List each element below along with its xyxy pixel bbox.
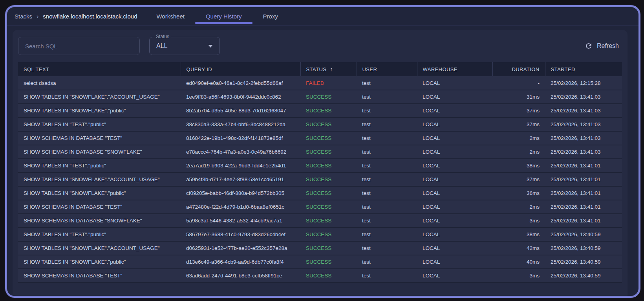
- table-row[interactable]: SHOW TABLES IN "TEST"."public"2ea7ad19-b…: [18, 159, 622, 173]
- sql-text-cell: SHOW TABLES IN "SNOWFLAKE"."ACCOUNT_USAG…: [18, 90, 181, 104]
- warehouse-cell: LOCAL: [417, 131, 492, 145]
- status-cell: SUCCESS: [300, 186, 357, 200]
- breadcrumb-stacks-link[interactable]: Stacks: [15, 13, 32, 20]
- duration-cell: 38ms: [492, 228, 545, 241]
- warehouse-cell: LOCAL: [417, 228, 492, 241]
- status-cell: FAILED: [300, 76, 357, 90]
- sort-ascending-icon[interactable]: ↑: [330, 66, 333, 72]
- warehouse-cell: LOCAL: [417, 186, 492, 200]
- table-controls: Status ALL Refresh: [18, 37, 622, 55]
- user-cell: test: [357, 145, 417, 159]
- column-header-started[interactable]: STARTED: [545, 62, 622, 76]
- query-id-cell: 1ee9ff83-a56f-4693-8b0f-9442ddc0c862: [181, 90, 300, 104]
- search-input[interactable]: [18, 37, 140, 55]
- started-cell: 25/02/2026, 13:41:03: [545, 117, 622, 131]
- app-window: Stacks › snowflake.localhost.localstack.…: [5, 5, 640, 298]
- refresh-button[interactable]: Refresh: [585, 37, 622, 55]
- tab-bar: Worksheet Query History Proxy: [146, 7, 288, 26]
- table-row[interactable]: SHOW TABLES IN "SNOWFLAKE"."public"cf092…: [18, 186, 622, 200]
- status-cell: SUCCESS: [300, 90, 357, 104]
- query-id-cell: 5a98c3af-5446-4382-a532-4f4cbf9ac7a1: [181, 214, 300, 228]
- warehouse-cell: LOCAL: [417, 241, 492, 255]
- column-header-warehouse[interactable]: WAREHOUSE: [417, 62, 492, 76]
- sql-text-cell: SHOW TABLES IN "SNOWFLAKE"."ACCOUNT_USAG…: [18, 173, 181, 186]
- duration-cell: 3ms: [492, 269, 545, 283]
- table-row[interactable]: SHOW TABLES IN "SNOWFLAKE"."public"d13e6…: [18, 255, 622, 269]
- user-cell: test: [357, 90, 417, 104]
- table-row[interactable]: SHOW TABLES IN "SNOWFLAKE"."ACCOUNT_USAG…: [18, 241, 622, 255]
- status-cell: SUCCESS: [300, 117, 357, 131]
- sql-text-cell: SHOW TABLES IN "TEST"."public": [18, 159, 181, 173]
- sql-text-cell: SHOW TABLES IN "TEST"."public": [18, 117, 181, 131]
- table-row[interactable]: SHOW SCHEMAS IN DATABASE "SNOWFLAKE"5a98…: [18, 214, 622, 228]
- duration-cell: 2ms: [492, 131, 545, 145]
- query-history-panel: Status ALL Refresh SQL TEXT QUERY ID: [13, 30, 628, 298]
- duration-cell: 40ms: [492, 255, 545, 269]
- sql-text-cell: SHOW TABLES IN "SNOWFLAKE"."public": [18, 255, 181, 269]
- warehouse-cell: LOCAL: [417, 173, 492, 186]
- warehouse-cell: LOCAL: [417, 159, 492, 173]
- tab-query-history[interactable]: Query History: [195, 7, 252, 26]
- started-cell: 25/02/2026, 13:41:01: [545, 214, 622, 228]
- table-row[interactable]: SHOW TABLES IN "SNOWFLAKE"."public"8b2ab…: [18, 104, 622, 117]
- user-cell: test: [357, 241, 417, 255]
- tab-worksheet[interactable]: Worksheet: [146, 7, 195, 26]
- user-cell: test: [357, 173, 417, 186]
- started-cell: 25/02/2026, 12:15:28: [545, 76, 622, 90]
- table-row[interactable]: SHOW SCHEMAS IN DATABASE "TEST"a472480e-…: [18, 200, 622, 214]
- column-header-query-id[interactable]: QUERY ID: [181, 62, 300, 76]
- table-row[interactable]: SHOW TABLES IN "TEST"."public"586797e7-3…: [18, 228, 622, 241]
- duration-cell: -: [492, 76, 545, 90]
- column-header-user[interactable]: USER: [357, 62, 417, 76]
- table-row[interactable]: SHOW TABLES IN "SNOWFLAKE"."ACCOUNT_USAG…: [18, 173, 622, 186]
- query-id-cell: cf09205e-babb-46df-880a-b94d572bb305: [181, 186, 300, 200]
- chevron-down-icon: [208, 45, 213, 48]
- status-cell: SUCCESS: [300, 173, 357, 186]
- sql-text-cell: select dsadsa: [18, 76, 181, 90]
- table-row[interactable]: SHOW SCHEMAS IN DATABASE "SNOWFLAKE"e78a…: [18, 145, 622, 159]
- user-cell: test: [357, 214, 417, 228]
- query-id-cell: a472480e-f22d-4d79-b1d0-6baa8ef0651c: [181, 200, 300, 214]
- status-cell: SUCCESS: [300, 104, 357, 117]
- column-header-duration[interactable]: DURATION: [492, 62, 545, 76]
- started-cell: 25/02/2026, 13:40:59: [545, 241, 622, 255]
- status-cell: SUCCESS: [300, 255, 357, 269]
- user-cell: test: [357, 131, 417, 145]
- status-cell: SUCCESS: [300, 200, 357, 214]
- duration-cell: 2ms: [492, 145, 545, 159]
- tab-proxy[interactable]: Proxy: [252, 7, 289, 26]
- user-cell: test: [357, 255, 417, 269]
- table-row[interactable]: SHOW TABLES IN "TEST"."public"38c830a3-3…: [18, 117, 622, 131]
- started-cell: 25/02/2026, 13:41:03: [545, 145, 622, 159]
- controls-spacer: [229, 37, 575, 55]
- duration-cell: 37ms: [492, 117, 545, 131]
- query-id-cell: 63ad6add-247d-4491-b8e3-ccfb58ff91ce: [181, 269, 300, 283]
- refresh-button-label: Refresh: [597, 42, 619, 50]
- warehouse-cell: LOCAL: [417, 255, 492, 269]
- started-cell: 25/02/2026, 13:40:59: [545, 255, 622, 269]
- duration-cell: 31ms: [492, 90, 545, 104]
- warehouse-cell: LOCAL: [417, 200, 492, 214]
- table-row[interactable]: SHOW SCHEMAS IN DATABASE "TEST"63ad6add-…: [18, 269, 622, 283]
- sql-text-cell: SHOW SCHEMAS IN DATABASE "TEST": [18, 269, 181, 283]
- started-cell: 25/02/2026, 13:41:03: [545, 104, 622, 117]
- sql-text-cell: SHOW TABLES IN "SNOWFLAKE"."ACCOUNT_USAG…: [18, 241, 181, 255]
- query-id-cell: d13e6c49-a366-4cb9-aa9d-6db77c0fa8f4: [181, 255, 300, 269]
- query-id-cell: a59b4f3b-d717-4ee7-8f88-58e1ccd65191: [181, 173, 300, 186]
- duration-cell: 36ms: [492, 186, 545, 200]
- query-id-cell: ed0490ef-e0a0-46a1-8c42-2febd55d66af: [181, 76, 300, 90]
- table-row[interactable]: SHOW TABLES IN "SNOWFLAKE"."ACCOUNT_USAG…: [18, 90, 622, 104]
- query-id-cell: 586797e7-3688-41c0-9793-d83d26c4b4ef: [181, 228, 300, 241]
- table-row[interactable]: select dsadsaed0490ef-e0a0-46a1-8c42-2fe…: [18, 76, 622, 90]
- started-cell: 25/02/2026, 13:41:01: [545, 186, 622, 200]
- refresh-icon: [585, 42, 593, 50]
- status-cell: SUCCESS: [300, 269, 357, 283]
- column-header-sql-text[interactable]: SQL TEXT: [18, 62, 181, 76]
- column-header-status[interactable]: STATUS↑: [300, 62, 357, 76]
- status-select[interactable]: Status ALL: [149, 37, 220, 55]
- table-row[interactable]: SHOW SCHEMAS IN DATABASE "TEST"8168422e-…: [18, 131, 622, 145]
- breadcrumb-separator-icon: ›: [37, 13, 38, 20]
- sql-text-cell: SHOW TABLES IN "SNOWFLAKE"."public": [18, 186, 181, 200]
- sql-text-cell: SHOW TABLES IN "TEST"."public": [18, 228, 181, 241]
- user-cell: test: [357, 186, 417, 200]
